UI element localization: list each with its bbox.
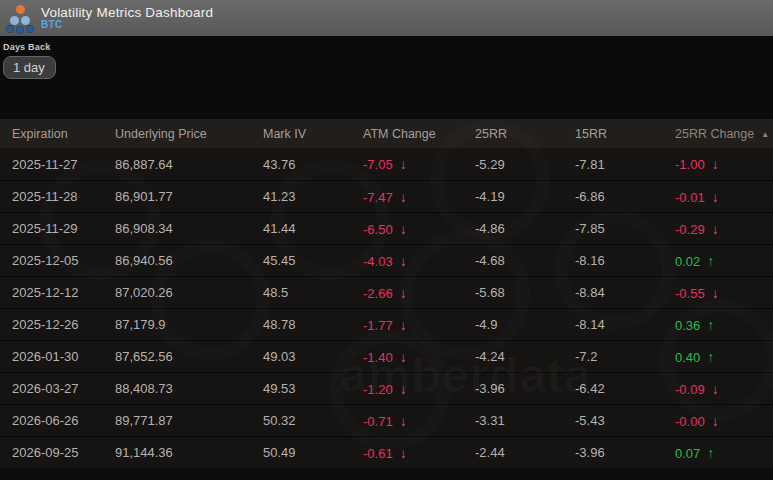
cell-atm_change: -2.66↓ xyxy=(363,285,475,301)
cell-mark_iv: 50.49 xyxy=(263,445,363,460)
cell-mark_iv: 49.03 xyxy=(263,349,363,364)
cell-underlying_price: 86,940.56 xyxy=(115,253,263,268)
cell-expiration: 2026-06-26 xyxy=(12,413,115,428)
cell-rr25_change: 0.36↑ xyxy=(675,317,773,333)
sort-asc-icon: ▲ xyxy=(761,129,769,139)
cell-underlying_price: 86,901.77 xyxy=(115,189,263,204)
table-row: 2025-12-1287,020.2648.5-2.66↓-5.68-8.84-… xyxy=(0,276,773,308)
volatility-table: ExpirationUnderlying PriceMark IVATM Cha… xyxy=(0,119,773,468)
arrow-down-icon: ↓ xyxy=(400,413,407,429)
table-row: 2025-12-2687,179.948.78-1.77↓-4.9-8.140.… xyxy=(0,308,773,340)
arrow-down-icon: ↓ xyxy=(712,221,719,237)
change-value: -7.47 xyxy=(363,190,393,205)
arrow-down-icon: ↓ xyxy=(712,285,719,301)
cell-underlying_price: 86,908.34 xyxy=(115,221,263,236)
table-header-row: ExpirationUnderlying PriceMark IVATM Cha… xyxy=(0,119,773,148)
change-value: -0.01 xyxy=(675,190,705,205)
cell-rr25_change: -0.09↓ xyxy=(675,381,773,397)
days-back-select[interactable]: 1 day xyxy=(3,56,56,79)
cell-rr25: -5.29 xyxy=(475,157,575,172)
cell-mark_iv: 48.78 xyxy=(263,317,363,332)
cell-rr25: -3.96 xyxy=(475,381,575,396)
arrow-up-icon: ↑ xyxy=(707,317,714,333)
column-header-rr25_change[interactable]: 25RR Change▲ xyxy=(675,127,773,141)
table-row: 2025-11-2886,901.7741.23-7.47↓-4.19-6.86… xyxy=(0,180,773,212)
column-header-expiration[interactable]: Expiration xyxy=(12,127,115,141)
cell-mark_iv: 50.32 xyxy=(263,413,363,428)
cell-atm_change: -0.61↓ xyxy=(363,445,475,461)
cell-mark_iv: 48.5 xyxy=(263,285,363,300)
arrow-down-icon: ↓ xyxy=(400,445,407,461)
change-value: -2.66 xyxy=(363,286,393,301)
column-header-label: 25RR xyxy=(475,127,507,141)
column-header-atm_change[interactable]: ATM Change xyxy=(363,127,475,141)
arrow-down-icon: ↓ xyxy=(400,317,407,333)
arrow-down-icon: ↓ xyxy=(400,253,407,269)
cell-mark_iv: 43.76 xyxy=(263,157,363,172)
cell-expiration: 2025-11-28 xyxy=(12,189,115,204)
cell-rr25: -4.68 xyxy=(475,253,575,268)
app-header: Volatility Metrics Dashboard BTC xyxy=(0,0,773,36)
change-value: -0.29 xyxy=(675,222,705,237)
cell-mark_iv: 41.23 xyxy=(263,189,363,204)
page-title: Volatility Metrics Dashboard xyxy=(41,6,213,20)
arrow-down-icon: ↓ xyxy=(400,189,407,205)
cell-expiration: 2025-12-12 xyxy=(12,285,115,300)
cell-atm_change: -1.20↓ xyxy=(363,381,475,397)
column-header-mark_iv[interactable]: Mark IV xyxy=(263,127,363,141)
cell-underlying_price: 89,771.87 xyxy=(115,413,263,428)
cell-underlying_price: 86,887.64 xyxy=(115,157,263,172)
cell-atm_change: -0.71↓ xyxy=(363,413,475,429)
change-value: 0.02 xyxy=(675,254,700,269)
arrow-down-icon: ↓ xyxy=(712,413,719,429)
cell-atm_change: -4.03↓ xyxy=(363,253,475,269)
cell-mark_iv: 41.44 xyxy=(263,221,363,236)
cell-rr15: -6.86 xyxy=(575,189,675,204)
cell-atm_change: -7.47↓ xyxy=(363,189,475,205)
cell-atm_change: -7.05↓ xyxy=(363,156,475,172)
cell-rr25_change: -1.00↓ xyxy=(675,156,773,172)
change-value: -0.00 xyxy=(675,414,705,429)
change-value: -7.05 xyxy=(363,157,393,172)
cell-rr25_change: -0.01↓ xyxy=(675,189,773,205)
cell-atm_change: -1.40↓ xyxy=(363,349,475,365)
change-value: -1.00 xyxy=(675,157,705,172)
column-header-underlying_price[interactable]: Underlying Price xyxy=(115,127,263,141)
cell-rr25: -4.9 xyxy=(475,317,575,332)
cell-rr25_change: -0.00↓ xyxy=(675,413,773,429)
cell-underlying_price: 87,020.26 xyxy=(115,285,263,300)
cell-expiration: 2025-12-26 xyxy=(12,317,115,332)
change-value: -1.20 xyxy=(363,382,393,397)
asset-ticker: BTC xyxy=(41,20,213,31)
cell-rr25: -5.68 xyxy=(475,285,575,300)
table-row: 2026-09-2591,144.3650.49-0.61↓-2.44-3.96… xyxy=(0,436,773,468)
change-value: -1.40 xyxy=(363,350,393,365)
cell-rr25: -3.31 xyxy=(475,413,575,428)
column-header-label: 25RR Change xyxy=(675,127,754,141)
cell-underlying_price: 87,652.56 xyxy=(115,349,263,364)
cell-expiration: 2026-09-25 xyxy=(12,445,115,460)
table-row: 2025-12-0586,940.5645.45-4.03↓-4.68-8.16… xyxy=(0,244,773,276)
cell-rr15: -8.16 xyxy=(575,253,675,268)
cell-underlying_price: 88,408.73 xyxy=(115,381,263,396)
cell-expiration: 2026-01-30 xyxy=(12,349,115,364)
table-row: 2026-06-2689,771.8750.32-0.71↓-3.31-5.43… xyxy=(0,404,773,436)
cell-rr15: -7.81 xyxy=(575,157,675,172)
column-header-rr25[interactable]: 25RR xyxy=(475,127,575,141)
column-header-label: 15RR xyxy=(575,127,607,141)
amberdata-logo-icon xyxy=(6,3,36,33)
table-row: 2026-03-2788,408.7349.53-1.20↓-3.96-6.42… xyxy=(0,372,773,404)
cell-rr15: -7.85 xyxy=(575,221,675,236)
arrow-down-icon: ↓ xyxy=(712,381,719,397)
cell-underlying_price: 87,179.9 xyxy=(115,317,263,332)
cell-expiration: 2025-11-27 xyxy=(12,157,115,172)
change-value: -0.71 xyxy=(363,414,393,429)
arrow-down-icon: ↓ xyxy=(400,221,407,237)
arrow-down-icon: ↓ xyxy=(400,156,407,172)
cell-rr25: -4.24 xyxy=(475,349,575,364)
column-header-rr15[interactable]: 15RR xyxy=(575,127,675,141)
controls-bar: Days Back 1 day xyxy=(0,36,773,119)
cell-rr15: -7.2 xyxy=(575,349,675,364)
column-header-label: Underlying Price xyxy=(115,127,207,141)
arrow-down-icon: ↓ xyxy=(712,189,719,205)
